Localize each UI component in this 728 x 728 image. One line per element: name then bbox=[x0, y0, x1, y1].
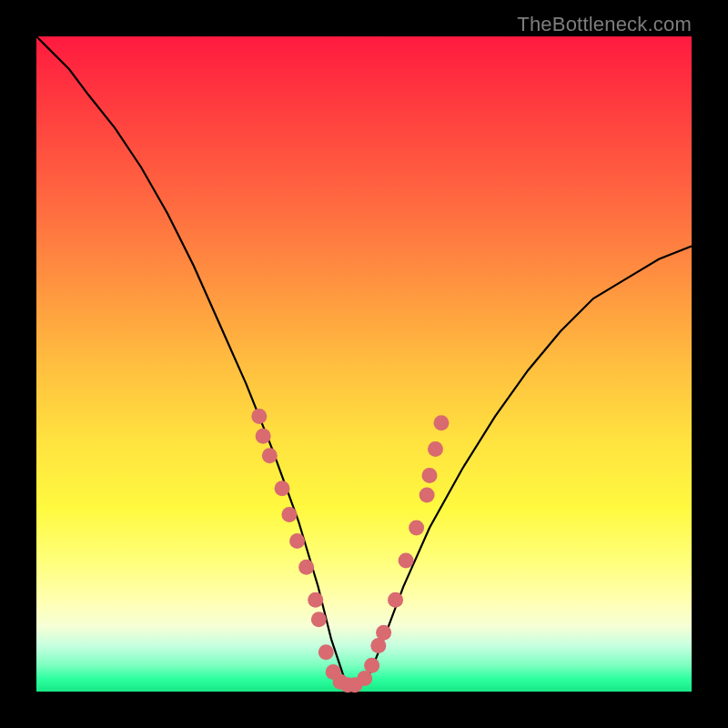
data-marker bbox=[433, 415, 449, 430]
data-marker bbox=[420, 488, 435, 503]
data-marker bbox=[289, 533, 305, 549]
bottleneck-curve bbox=[36, 36, 692, 685]
data-marker bbox=[399, 553, 414, 569]
data-marker bbox=[262, 448, 278, 463]
data-marker bbox=[275, 480, 290, 496]
data-marker bbox=[281, 507, 297, 522]
chart-svg bbox=[36, 36, 692, 692]
data-marker bbox=[388, 592, 403, 608]
watermark-text: TheBottleneck.com bbox=[517, 13, 692, 36]
data-marker bbox=[364, 658, 379, 673]
data-marker bbox=[256, 429, 271, 444]
data-marker bbox=[311, 612, 327, 627]
outer-frame: TheBottleneck.com bbox=[0, 0, 728, 728]
data-marker bbox=[318, 644, 334, 660]
data-marker bbox=[308, 592, 323, 608]
data-marker bbox=[428, 441, 443, 457]
data-marker bbox=[298, 560, 314, 575]
data-marker bbox=[357, 671, 372, 686]
data-marker bbox=[409, 521, 424, 536]
data-marker bbox=[376, 625, 391, 641]
data-marker bbox=[251, 409, 267, 424]
data-marker bbox=[422, 468, 438, 483]
